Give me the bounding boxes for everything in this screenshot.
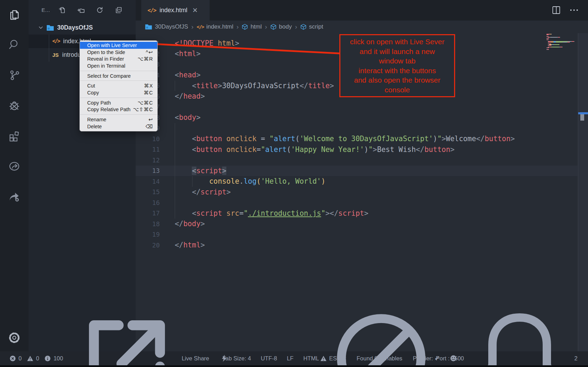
status-html[interactable]: HTML (303, 355, 319, 362)
annotation-text: window tab (340, 56, 454, 66)
status-label: 0 (18, 355, 22, 362)
status-label: Prettier: ✔ (413, 355, 439, 362)
warning-icon (27, 355, 33, 361)
search-icon[interactable] (8, 38, 21, 51)
menu-item-shortcut: ⌥⌘R (137, 56, 153, 62)
status-100[interactable]: 100 (44, 355, 63, 362)
tree-indent-guide (49, 35, 49, 62)
menu-separator (80, 114, 157, 115)
bell-icon (467, 306, 572, 367)
scrollbar[interactable] (578, 33, 588, 351)
tree-item-root-folder[interactable]: 30DaysOfJS (29, 21, 136, 35)
js-file-icon: JS (52, 52, 59, 58)
line-number: 19 (136, 231, 160, 238)
indent-guide (175, 81, 175, 91)
collapse-all-icon[interactable] (115, 6, 122, 14)
minimap-line (546, 39, 549, 40)
code-line-8: 8<body> (136, 112, 578, 123)
tree-item-label: 30DaysOfJS (57, 24, 93, 31)
code-line-15: 15 </script> (136, 187, 578, 198)
status-lf[interactable]: LF (287, 355, 293, 362)
menu-item-delete[interactable]: Delete⌫ (80, 123, 157, 130)
window-bottom-edge (0, 365, 588, 367)
menu-item-label: Reveal in Finder (87, 56, 124, 62)
menu-item-label: Rename (87, 117, 106, 122)
status-label: 100 (53, 355, 63, 362)
settings-gear-icon[interactable] (8, 331, 21, 344)
status-label: 2 (574, 355, 578, 362)
menu-item-shortcut: ⌫ (145, 124, 153, 129)
annotation-text: interact with the buttons (340, 66, 454, 76)
status-2[interactable]: 2 (467, 306, 578, 367)
status-smiley[interactable] (450, 355, 457, 362)
line-number: 16 (136, 199, 160, 206)
code-line-20: 20</html> (136, 240, 578, 251)
error-icon (9, 355, 16, 362)
annotation-text: and also open the browser (340, 75, 454, 85)
status-found-0-variables[interactable]: Found 0 variables (356, 355, 402, 362)
status-prettier-[interactable]: Prettier: ✔ (413, 355, 439, 362)
menu-item-label: Open in Terminal (87, 63, 125, 69)
status-utf-8[interactable]: UTF-8 (261, 355, 277, 362)
info-icon (44, 355, 51, 362)
status-live-share[interactable]: Live Share (75, 306, 209, 367)
minimap-line (546, 42, 570, 43)
refresh-icon[interactable] (96, 6, 104, 14)
menu-item-rename[interactable]: Rename↩ (80, 116, 157, 123)
line-number: 20 (136, 242, 160, 249)
code-line-19: 19 (136, 229, 578, 240)
menu-separator (80, 81, 157, 81)
annotation-box: click on open with Live Severand it will… (339, 34, 455, 97)
line-number: 15 (136, 188, 160, 196)
menu-item-label: Copy Relative Path (87, 107, 130, 112)
code-line-16: 16 (136, 197, 578, 208)
menu-item-label: Open with Live Server (87, 43, 137, 48)
menu-item-reveal-in-finder[interactable]: Reveal in Finder⌥⌘R (80, 55, 157, 62)
menu-item-copy-path[interactable]: Copy Path⌥⌘C (80, 99, 157, 106)
activity-bar (0, 0, 29, 351)
menu-item-copy-relative-path[interactable]: Copy Relative Path⌥⇧⌘C (80, 106, 157, 113)
source-control-icon[interactable] (8, 69, 21, 82)
status-label: UTF-8 (261, 355, 277, 362)
menu-item-cut[interactable]: Cut⌘X (80, 82, 157, 89)
status-bar: 00100Live Share Tab Size: 4UTF-8LFHTMLPo… (0, 351, 588, 365)
menu-item-shortcut: ⌥⌘C (137, 100, 153, 106)
debug-icon[interactable] (8, 100, 21, 112)
smiley-icon (450, 355, 457, 362)
line-number: 13 (136, 167, 160, 174)
new-folder-icon[interactable] (77, 6, 85, 14)
status-0[interactable]: 0 (9, 355, 22, 362)
menu-item-label: Copy Path (87, 100, 111, 106)
menu-item-label: Select for Compare (87, 73, 131, 79)
status-eslint[interactable]: ESLint (320, 355, 346, 362)
scrollbar-thumb[interactable] (580, 114, 584, 121)
menu-item-select-for-compare[interactable]: Select for Compare (80, 72, 157, 79)
live-share-icon[interactable] (8, 160, 21, 173)
context-menu: Open with Live ServerOpen to the Side^↩R… (80, 40, 158, 131)
menu-item-open-with-live-server[interactable]: Open with Live Server (80, 42, 157, 49)
status-label: Found 0 variables (356, 355, 402, 362)
status-tab-size-4[interactable]: Tab Size: 4 (223, 355, 251, 362)
line-number: 17 (136, 209, 160, 217)
status-label: Live Share (182, 355, 209, 362)
new-file-icon[interactable] (58, 6, 66, 14)
minimap[interactable] (546, 34, 574, 55)
menu-item-open-in-terminal[interactable]: Open in Terminal (80, 62, 157, 69)
warning-icon (320, 355, 327, 361)
status-0[interactable]: 0 (27, 355, 39, 362)
share-icon[interactable] (8, 190, 21, 202)
line-number: 14 (136, 178, 160, 185)
code-line-18: 18</body> (136, 219, 578, 229)
files-icon[interactable] (8, 9, 21, 21)
line-number: 11 (136, 146, 160, 153)
menu-item-open-to-the-side[interactable]: Open to the Side^↩ (80, 49, 157, 56)
live-share-box-icon (75, 306, 179, 367)
line-number: 12 (136, 156, 160, 164)
code-line-10: 10 <button onclick = "alert('Welcome to … (136, 133, 578, 144)
menu-item-copy[interactable]: Copy⌘C (80, 89, 157, 96)
chevron-down-icon (38, 24, 44, 31)
extensions-icon[interactable] (8, 130, 21, 142)
status-label: Tab Size: 4 (223, 355, 251, 362)
code-line-7: 7 (136, 102, 578, 113)
status-label: LF (287, 355, 293, 362)
